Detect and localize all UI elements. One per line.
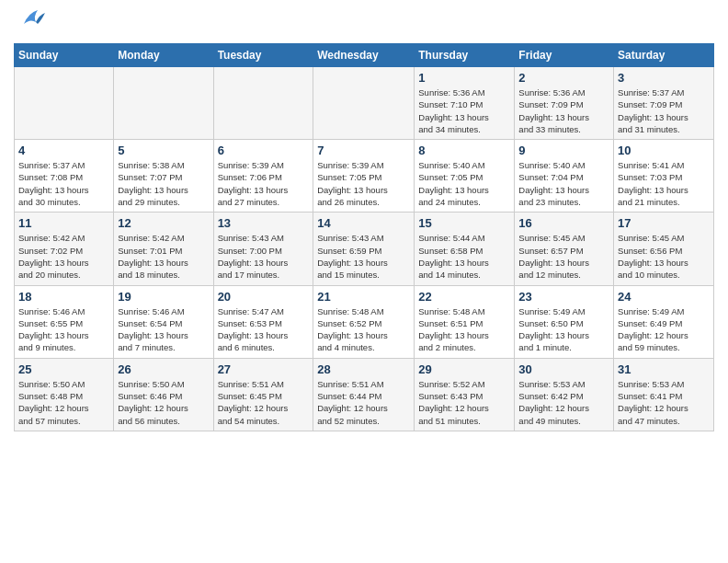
- day-number: 28: [317, 362, 410, 376]
- day-number: 25: [18, 362, 109, 376]
- day-cell: 22Sunrise: 5:48 AM Sunset: 6:51 PM Dayli…: [415, 285, 515, 358]
- day-info: Sunrise: 5:37 AM Sunset: 7:09 PM Dayligh…: [618, 86, 710, 135]
- day-number: 13: [218, 216, 310, 230]
- day-number: 3: [618, 71, 710, 85]
- day-number: 23: [518, 290, 609, 304]
- day-cell: 13Sunrise: 5:43 AM Sunset: 7:00 PM Dayli…: [213, 213, 313, 285]
- day-cell: [15, 67, 114, 140]
- day-cell: 23Sunrise: 5:49 AM Sunset: 6:50 PM Dayli…: [515, 285, 614, 358]
- day-number: 17: [618, 216, 710, 230]
- day-cell: 12Sunrise: 5:42 AM Sunset: 7:01 PM Dayli…: [114, 213, 213, 285]
- day-number: 8: [418, 144, 510, 157]
- day-number: 15: [418, 216, 510, 230]
- day-cell: 4Sunrise: 5:37 AM Sunset: 7:08 PM Daylig…: [15, 140, 114, 213]
- day-number: 12: [118, 216, 209, 230]
- day-cell: 2Sunrise: 5:36 AM Sunset: 7:09 PM Daylig…: [515, 67, 614, 140]
- day-info: Sunrise: 5:47 AM Sunset: 6:53 PM Dayligh…: [218, 305, 310, 354]
- day-info: Sunrise: 5:43 AM Sunset: 6:59 PM Dayligh…: [317, 232, 410, 281]
- day-cell: 28Sunrise: 5:51 AM Sunset: 6:44 PM Dayli…: [313, 358, 415, 431]
- day-info: Sunrise: 5:41 AM Sunset: 7:03 PM Dayligh…: [618, 159, 710, 208]
- day-cell: 20Sunrise: 5:47 AM Sunset: 6:53 PM Dayli…: [213, 285, 313, 358]
- logo-bird-icon: [19, 6, 47, 38]
- col-tuesday: Tuesday: [213, 44, 313, 67]
- day-info: Sunrise: 5:48 AM Sunset: 6:52 PM Dayligh…: [317, 305, 410, 354]
- day-cell: 27Sunrise: 5:51 AM Sunset: 6:45 PM Dayli…: [213, 358, 313, 431]
- day-number: 30: [518, 362, 609, 376]
- day-number: 18: [18, 290, 109, 304]
- day-cell: 3Sunrise: 5:37 AM Sunset: 7:09 PM Daylig…: [614, 67, 714, 140]
- main-container: Sunday Monday Tuesday Wednesday Thursday…: [0, 0, 728, 436]
- day-info: Sunrise: 5:44 AM Sunset: 6:58 PM Dayligh…: [418, 232, 510, 281]
- day-cell: 31Sunrise: 5:53 AM Sunset: 6:41 PM Dayli…: [614, 358, 714, 431]
- day-info: Sunrise: 5:38 AM Sunset: 7:07 PM Dayligh…: [118, 159, 209, 208]
- day-info: Sunrise: 5:48 AM Sunset: 6:51 PM Dayligh…: [418, 305, 510, 354]
- day-cell: 29Sunrise: 5:52 AM Sunset: 6:43 PM Dayli…: [415, 358, 515, 431]
- day-cell: 7Sunrise: 5:39 AM Sunset: 7:05 PM Daylig…: [313, 140, 415, 213]
- day-cell: [213, 67, 313, 140]
- week-row-2: 4Sunrise: 5:37 AM Sunset: 7:08 PM Daylig…: [15, 140, 714, 213]
- day-cell: 11Sunrise: 5:42 AM Sunset: 7:02 PM Dayli…: [15, 213, 114, 285]
- day-info: Sunrise: 5:36 AM Sunset: 7:10 PM Dayligh…: [418, 86, 510, 135]
- day-cell: 10Sunrise: 5:41 AM Sunset: 7:03 PM Dayli…: [614, 140, 714, 213]
- day-cell: 8Sunrise: 5:40 AM Sunset: 7:05 PM Daylig…: [415, 140, 515, 213]
- day-info: Sunrise: 5:50 AM Sunset: 6:46 PM Dayligh…: [118, 378, 209, 427]
- day-info: Sunrise: 5:53 AM Sunset: 6:42 PM Dayligh…: [518, 378, 609, 427]
- day-cell: 24Sunrise: 5:49 AM Sunset: 6:49 PM Dayli…: [614, 285, 714, 358]
- calendar-body: 1Sunrise: 5:36 AM Sunset: 7:10 PM Daylig…: [15, 67, 714, 431]
- day-number: 21: [317, 290, 410, 304]
- day-info: Sunrise: 5:51 AM Sunset: 6:45 PM Dayligh…: [218, 378, 310, 427]
- day-info: Sunrise: 5:46 AM Sunset: 6:55 PM Dayligh…: [18, 305, 109, 354]
- day-cell: [313, 67, 415, 140]
- day-cell: 5Sunrise: 5:38 AM Sunset: 7:07 PM Daylig…: [114, 140, 213, 213]
- day-number: 27: [218, 362, 310, 376]
- day-info: Sunrise: 5:46 AM Sunset: 6:54 PM Dayligh…: [118, 305, 209, 354]
- day-number: 7: [317, 144, 410, 157]
- col-thursday: Thursday: [415, 44, 515, 67]
- day-cell: 30Sunrise: 5:53 AM Sunset: 6:42 PM Dayli…: [515, 358, 614, 431]
- day-cell: 9Sunrise: 5:40 AM Sunset: 7:04 PM Daylig…: [515, 140, 614, 213]
- day-cell: 17Sunrise: 5:45 AM Sunset: 6:56 PM Dayli…: [614, 213, 714, 285]
- day-number: 14: [317, 216, 410, 230]
- calendar-table: Sunday Monday Tuesday Wednesday Thursday…: [14, 43, 714, 431]
- day-number: 29: [418, 362, 510, 376]
- col-saturday: Saturday: [614, 44, 714, 67]
- day-number: 31: [618, 362, 710, 376]
- day-cell: [114, 67, 213, 140]
- col-sunday: Sunday: [15, 44, 114, 67]
- day-info: Sunrise: 5:42 AM Sunset: 7:02 PM Dayligh…: [18, 232, 109, 281]
- day-info: Sunrise: 5:42 AM Sunset: 7:01 PM Dayligh…: [118, 232, 209, 281]
- day-cell: 21Sunrise: 5:48 AM Sunset: 6:52 PM Dayli…: [313, 285, 415, 358]
- day-number: 20: [218, 290, 310, 304]
- header: [14, 9, 714, 38]
- day-cell: 25Sunrise: 5:50 AM Sunset: 6:48 PM Dayli…: [15, 358, 114, 431]
- day-info: Sunrise: 5:40 AM Sunset: 7:05 PM Dayligh…: [418, 159, 510, 208]
- col-wednesday: Wednesday: [313, 44, 415, 67]
- col-monday: Monday: [114, 44, 213, 67]
- day-number: 2: [518, 71, 609, 85]
- day-info: Sunrise: 5:43 AM Sunset: 7:00 PM Dayligh…: [218, 232, 310, 281]
- day-cell: 6Sunrise: 5:39 AM Sunset: 7:06 PM Daylig…: [213, 140, 313, 213]
- day-number: 26: [118, 362, 209, 376]
- day-number: 22: [418, 290, 510, 304]
- day-number: 19: [118, 290, 209, 304]
- day-info: Sunrise: 5:49 AM Sunset: 6:49 PM Dayligh…: [618, 305, 710, 354]
- day-info: Sunrise: 5:53 AM Sunset: 6:41 PM Dayligh…: [618, 378, 710, 427]
- day-cell: 18Sunrise: 5:46 AM Sunset: 6:55 PM Dayli…: [15, 285, 114, 358]
- day-info: Sunrise: 5:39 AM Sunset: 7:05 PM Dayligh…: [317, 159, 410, 208]
- day-info: Sunrise: 5:45 AM Sunset: 6:56 PM Dayligh…: [618, 232, 710, 281]
- col-friday: Friday: [515, 44, 614, 67]
- day-number: 16: [518, 216, 609, 230]
- day-info: Sunrise: 5:36 AM Sunset: 7:09 PM Dayligh…: [518, 86, 609, 135]
- day-number: 10: [618, 144, 710, 157]
- day-cell: 14Sunrise: 5:43 AM Sunset: 6:59 PM Dayli…: [313, 213, 415, 285]
- day-number: 1: [418, 71, 510, 85]
- week-row-4: 18Sunrise: 5:46 AM Sunset: 6:55 PM Dayli…: [15, 285, 714, 358]
- day-number: 5: [118, 144, 209, 157]
- day-info: Sunrise: 5:51 AM Sunset: 6:44 PM Dayligh…: [317, 378, 410, 427]
- week-row-3: 11Sunrise: 5:42 AM Sunset: 7:02 PM Dayli…: [15, 213, 714, 285]
- day-info: Sunrise: 5:45 AM Sunset: 6:57 PM Dayligh…: [518, 232, 609, 281]
- day-info: Sunrise: 5:52 AM Sunset: 6:43 PM Dayligh…: [418, 378, 510, 427]
- day-cell: 16Sunrise: 5:45 AM Sunset: 6:57 PM Dayli…: [515, 213, 614, 285]
- day-cell: 1Sunrise: 5:36 AM Sunset: 7:10 PM Daylig…: [415, 67, 515, 140]
- logo: [14, 9, 47, 38]
